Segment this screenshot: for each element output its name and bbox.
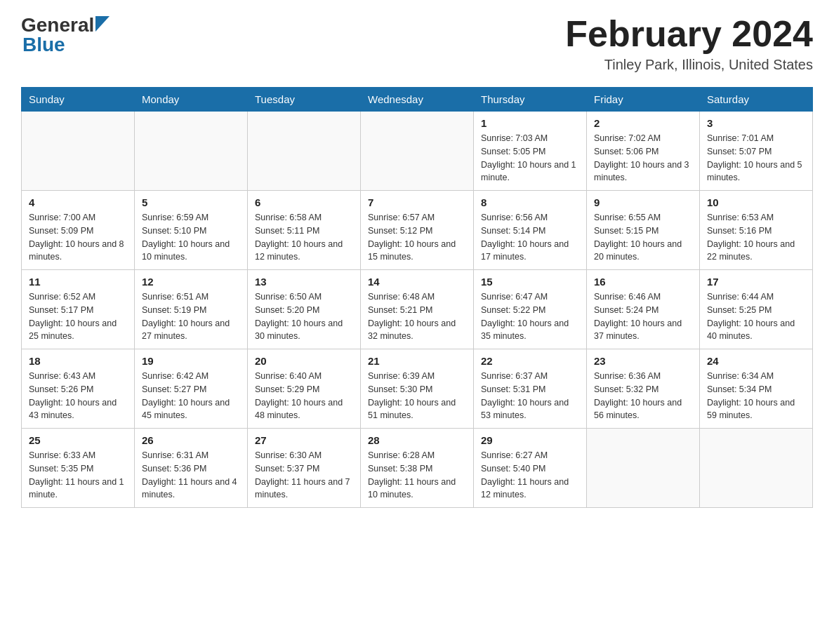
calendar-cell: 18Sunrise: 6:43 AMSunset: 5:26 PMDayligh… — [22, 349, 135, 429]
day-info: Sunrise: 6:55 AMSunset: 5:15 PMDaylight:… — [594, 211, 692, 264]
header: General Blue February 2024 Tinley Park, … — [21, 14, 813, 73]
calendar-cell: 21Sunrise: 6:39 AMSunset: 5:30 PMDayligh… — [361, 349, 474, 429]
calendar-cell — [135, 112, 248, 191]
day-number: 20 — [255, 355, 353, 367]
day-number: 29 — [481, 434, 579, 446]
calendar-cell: 11Sunrise: 6:52 AMSunset: 5:17 PMDayligh… — [22, 270, 135, 349]
day-header-sunday: Sunday — [22, 88, 135, 112]
day-info: Sunrise: 6:42 AMSunset: 5:27 PMDaylight:… — [142, 370, 240, 422]
day-info: Sunrise: 6:27 AMSunset: 5:40 PMDaylight:… — [481, 449, 579, 502]
day-number: 13 — [255, 276, 353, 288]
calendar-week-row: 11Sunrise: 6:52 AMSunset: 5:17 PMDayligh… — [22, 270, 813, 349]
calendar-cell: 16Sunrise: 6:46 AMSunset: 5:24 PMDayligh… — [587, 270, 700, 349]
day-info: Sunrise: 6:40 AMSunset: 5:29 PMDaylight:… — [255, 370, 353, 422]
day-info: Sunrise: 6:46 AMSunset: 5:24 PMDaylight:… — [594, 290, 692, 343]
day-info: Sunrise: 6:57 AMSunset: 5:12 PMDaylight:… — [368, 211, 466, 264]
calendar-cell — [22, 112, 135, 191]
day-info: Sunrise: 6:34 AMSunset: 5:34 PMDaylight:… — [707, 370, 805, 422]
calendar-cell: 12Sunrise: 6:51 AMSunset: 5:19 PMDayligh… — [135, 270, 248, 349]
day-info: Sunrise: 6:53 AMSunset: 5:16 PMDaylight:… — [707, 211, 805, 264]
day-info: Sunrise: 7:03 AMSunset: 5:05 PMDaylight:… — [481, 132, 579, 185]
logo: General Blue — [21, 14, 110, 56]
day-info: Sunrise: 7:02 AMSunset: 5:06 PMDaylight:… — [594, 132, 692, 185]
title-area: February 2024 Tinley Park, Illinois, Uni… — [565, 14, 813, 73]
calendar-cell: 8Sunrise: 6:56 AMSunset: 5:14 PMDaylight… — [474, 191, 587, 270]
day-header-wednesday: Wednesday — [361, 88, 474, 112]
month-year-title: February 2024 — [565, 14, 813, 54]
day-header-saturday: Saturday — [700, 88, 813, 112]
day-header-monday: Monday — [135, 88, 248, 112]
calendar-week-row: 25Sunrise: 6:33 AMSunset: 5:35 PMDayligh… — [22, 429, 813, 508]
day-number: 15 — [481, 276, 579, 288]
calendar-cell: 25Sunrise: 6:33 AMSunset: 5:35 PMDayligh… — [22, 429, 135, 508]
calendar-cell — [248, 112, 361, 191]
calendar-cell: 19Sunrise: 6:42 AMSunset: 5:27 PMDayligh… — [135, 349, 248, 429]
calendar-cell: 10Sunrise: 6:53 AMSunset: 5:16 PMDayligh… — [700, 191, 813, 270]
day-header-friday: Friday — [587, 88, 700, 112]
day-number: 14 — [368, 276, 466, 288]
calendar-cell: 1Sunrise: 7:03 AMSunset: 5:05 PMDaylight… — [474, 112, 587, 191]
day-info: Sunrise: 6:59 AMSunset: 5:10 PMDaylight:… — [142, 211, 240, 264]
day-number: 4 — [29, 196, 127, 208]
location-subtitle: Tinley Park, Illinois, United States — [565, 57, 813, 73]
day-number: 5 — [142, 196, 240, 208]
day-info: Sunrise: 6:33 AMSunset: 5:35 PMDaylight:… — [29, 449, 127, 502]
calendar-header-row: SundayMondayTuesdayWednesdayThursdayFrid… — [22, 88, 813, 112]
day-info: Sunrise: 6:48 AMSunset: 5:21 PMDaylight:… — [368, 290, 466, 343]
calendar-cell: 2Sunrise: 7:02 AMSunset: 5:06 PMDaylight… — [587, 112, 700, 191]
day-info: Sunrise: 6:36 AMSunset: 5:32 PMDaylight:… — [594, 370, 692, 422]
day-number: 19 — [142, 355, 240, 367]
day-number: 1 — [481, 117, 579, 129]
calendar-week-row: 4Sunrise: 7:00 AMSunset: 5:09 PMDaylight… — [22, 191, 813, 270]
day-info: Sunrise: 6:43 AMSunset: 5:26 PMDaylight:… — [29, 370, 127, 422]
day-number: 21 — [368, 355, 466, 367]
calendar-cell: 14Sunrise: 6:48 AMSunset: 5:21 PMDayligh… — [361, 270, 474, 349]
day-number: 23 — [594, 355, 692, 367]
day-number: 7 — [368, 196, 466, 208]
calendar-week-row: 18Sunrise: 6:43 AMSunset: 5:26 PMDayligh… — [22, 349, 813, 429]
day-header-tuesday: Tuesday — [248, 88, 361, 112]
calendar-cell: 15Sunrise: 6:47 AMSunset: 5:22 PMDayligh… — [474, 270, 587, 349]
day-info: Sunrise: 6:50 AMSunset: 5:20 PMDaylight:… — [255, 290, 353, 343]
day-number: 27 — [255, 434, 353, 446]
calendar-cell: 27Sunrise: 6:30 AMSunset: 5:37 PMDayligh… — [248, 429, 361, 508]
calendar-cell: 22Sunrise: 6:37 AMSunset: 5:31 PMDayligh… — [474, 349, 587, 429]
calendar-cell: 5Sunrise: 6:59 AMSunset: 5:10 PMDaylight… — [135, 191, 248, 270]
day-info: Sunrise: 6:31 AMSunset: 5:36 PMDaylight:… — [142, 449, 240, 502]
day-number: 17 — [707, 276, 805, 288]
calendar-cell: 20Sunrise: 6:40 AMSunset: 5:29 PMDayligh… — [248, 349, 361, 429]
calendar-cell: 13Sunrise: 6:50 AMSunset: 5:20 PMDayligh… — [248, 270, 361, 349]
logo-arrow-icon — [95, 16, 110, 32]
calendar-cell: 3Sunrise: 7:01 AMSunset: 5:07 PMDaylight… — [700, 112, 813, 191]
calendar-cell — [587, 429, 700, 508]
day-header-thursday: Thursday — [474, 88, 587, 112]
calendar-cell: 23Sunrise: 6:36 AMSunset: 5:32 PMDayligh… — [587, 349, 700, 429]
day-number: 12 — [142, 276, 240, 288]
calendar-table: SundayMondayTuesdayWednesdayThursdayFrid… — [21, 87, 813, 508]
logo-blue-text: Blue — [21, 34, 110, 56]
calendar-cell: 4Sunrise: 7:00 AMSunset: 5:09 PMDaylight… — [22, 191, 135, 270]
day-number: 10 — [707, 196, 805, 208]
calendar-cell: 24Sunrise: 6:34 AMSunset: 5:34 PMDayligh… — [700, 349, 813, 429]
day-info: Sunrise: 6:28 AMSunset: 5:38 PMDaylight:… — [368, 449, 466, 502]
calendar-cell: 28Sunrise: 6:28 AMSunset: 5:38 PMDayligh… — [361, 429, 474, 508]
day-info: Sunrise: 6:44 AMSunset: 5:25 PMDaylight:… — [707, 290, 805, 343]
calendar-cell: 9Sunrise: 6:55 AMSunset: 5:15 PMDaylight… — [587, 191, 700, 270]
day-number: 28 — [368, 434, 466, 446]
calendar-cell: 29Sunrise: 6:27 AMSunset: 5:40 PMDayligh… — [474, 429, 587, 508]
day-number: 24 — [707, 355, 805, 367]
day-info: Sunrise: 7:00 AMSunset: 5:09 PMDaylight:… — [29, 211, 127, 264]
day-number: 26 — [142, 434, 240, 446]
calendar-cell: 17Sunrise: 6:44 AMSunset: 5:25 PMDayligh… — [700, 270, 813, 349]
day-number: 2 — [594, 117, 692, 129]
day-info: Sunrise: 6:30 AMSunset: 5:37 PMDaylight:… — [255, 449, 353, 502]
day-info: Sunrise: 6:52 AMSunset: 5:17 PMDaylight:… — [29, 290, 127, 343]
day-number: 11 — [29, 276, 127, 288]
svg-marker-0 — [95, 16, 110, 32]
day-number: 6 — [255, 196, 353, 208]
day-number: 16 — [594, 276, 692, 288]
calendar-cell: 26Sunrise: 6:31 AMSunset: 5:36 PMDayligh… — [135, 429, 248, 508]
calendar-week-row: 1Sunrise: 7:03 AMSunset: 5:05 PMDaylight… — [22, 112, 813, 191]
day-info: Sunrise: 6:58 AMSunset: 5:11 PMDaylight:… — [255, 211, 353, 264]
calendar-cell: 6Sunrise: 6:58 AMSunset: 5:11 PMDaylight… — [248, 191, 361, 270]
